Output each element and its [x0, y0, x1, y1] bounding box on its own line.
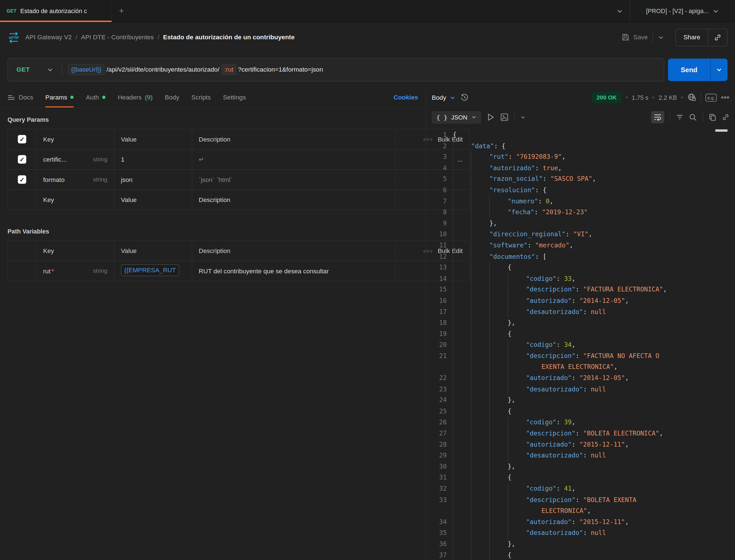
divider	[514, 113, 515, 122]
param-value[interactable]: json	[114, 169, 192, 189]
rut-path-variable[interactable]: :rut	[221, 64, 236, 75]
save-button[interactable]: Save	[617, 33, 652, 41]
breadcrumb-folder[interactable]: API DTE - Contribuyentes	[81, 34, 154, 41]
code-line: 26"codigo": 39,	[426, 417, 735, 428]
base-url-variable[interactable]: {{baseUrl}}	[68, 64, 104, 75]
share-link-icon[interactable]	[708, 29, 727, 46]
response-meta-row: Body 200 OK 1.75 s 2.2 KB	[426, 87, 735, 108]
response-body-viewer[interactable]: 1{2"data": {3"rut": "76192083-9",4"autor…	[426, 126, 735, 560]
divider	[701, 93, 701, 102]
globe-lock-icon[interactable]	[687, 93, 697, 102]
format-selector[interactable]: { } JSON	[432, 111, 481, 123]
column-description: Description	[192, 241, 395, 261]
code-line: 29"desautorizado": null	[426, 450, 735, 461]
row-checkbox[interactable]: ✓	[18, 155, 26, 164]
variable-value-input[interactable]: {{EMPRESA_RUT	[121, 264, 179, 276]
visualize-chevron-icon[interactable]	[520, 115, 526, 120]
cookies-link[interactable]: Cookies	[393, 94, 418, 101]
search-icon[interactable]	[689, 113, 697, 121]
code-line: EXENTA ELECTRONICA",	[426, 362, 735, 373]
tab-scripts-label: Scripts	[191, 94, 211, 101]
key-placeholder[interactable]: Key	[36, 190, 114, 210]
url-input[interactable]: {{baseUrl}} /api/v2/sii/dte/contribuyent…	[62, 64, 329, 75]
code-line: 33"descripcion": "BOLETA EXENTA	[426, 494, 735, 505]
request-tabs: Docs Params Auth Headers (9) Body	[0, 87, 426, 108]
code-line: 28"autorizado": "2015-12-11",	[426, 439, 735, 450]
copy-icon[interactable]	[709, 113, 716, 121]
param-description[interactable]: ↵	[192, 149, 395, 169]
code-line: 12"documentos": [	[426, 251, 735, 262]
code-line: 9},	[426, 218, 735, 229]
tab-list-chevron-icon[interactable]	[610, 0, 630, 22]
format-label: JSON	[451, 114, 467, 121]
tab-docs[interactable]: Docs	[8, 94, 33, 101]
preview-play-icon[interactable]	[487, 113, 495, 121]
request-header-row: HTTP API Gateway V2 / API DTE - Contribu…	[0, 23, 735, 52]
headers-count: (9)	[145, 94, 153, 101]
select-all-checkbox[interactable]: ✓	[18, 135, 26, 143]
tab-body[interactable]: Body	[165, 87, 179, 107]
example-button[interactable]: e.g.	[705, 94, 717, 102]
tab-settings[interactable]: Settings	[223, 87, 246, 107]
param-value[interactable]: 1	[114, 149, 192, 169]
top-tab-bar: GET Estado de autorización c + [PROD] - …	[0, 0, 735, 23]
chevron-down-icon	[47, 66, 53, 73]
code-line: 15"descripcion": "FACTURA ELECTRONICA",	[426, 284, 735, 295]
code-line: 21"descripcion": "FACTURA NO AFECTA O	[426, 350, 735, 362]
tab-docs-label: Docs	[19, 94, 33, 101]
path-variables-title: Path Variables	[8, 228, 418, 235]
query-params-empty-row: Key Value Description	[8, 190, 469, 210]
code-line: 6"resolucion": {	[426, 185, 735, 196]
breadcrumb-collection[interactable]: API Gateway V2	[25, 34, 72, 41]
visualize-image-icon[interactable]	[500, 113, 508, 121]
history-icon[interactable]	[460, 93, 469, 102]
more-options-icon[interactable]	[721, 96, 729, 99]
code-line: 36},	[426, 539, 735, 550]
param-key[interactable]: formato	[43, 176, 65, 183]
tab-headers[interactable]: Headers (9)	[118, 87, 152, 107]
new-tab-button[interactable]: +	[112, 0, 131, 22]
param-key[interactable]: certific...	[43, 156, 67, 163]
response-body-selector[interactable]: Body	[432, 94, 455, 101]
save-options-chevron[interactable]	[653, 32, 669, 42]
method-selector[interactable]: GET	[8, 66, 62, 73]
variable-description[interactable]: RUT del contribuyente que se desea consu…	[192, 261, 395, 281]
toolbar-right-icons	[651, 111, 729, 123]
path-variables-header-row: Key Value Description ○○○ Bulk Edit	[8, 241, 469, 261]
save-label: Save	[633, 34, 648, 41]
auth-active-dot	[102, 96, 106, 99]
scrollbar-thumb[interactable]	[715, 129, 727, 132]
row-checkbox[interactable]: ✓	[18, 175, 26, 184]
code-line: 18},	[426, 317, 735, 328]
status-badge[interactable]: 200 OK	[592, 92, 621, 103]
column-key: Key	[36, 241, 114, 261]
share-button[interactable]: Share	[675, 28, 727, 46]
request-panel: Docs Params Auth Headers (9) Body	[0, 87, 426, 560]
value-placeholder[interactable]: Value	[114, 190, 192, 210]
code-line: 4"autorizado": true,	[426, 162, 735, 174]
http-request-icon: HTTP	[8, 31, 20, 44]
chevron-down-icon	[716, 66, 722, 73]
send-options-chevron[interactable]	[710, 58, 727, 81]
response-body-label: Body	[432, 94, 446, 101]
link-icon[interactable]	[722, 113, 729, 121]
wrap-text-icon[interactable]	[651, 111, 664, 123]
main-split: Docs Params Auth Headers (9) Body	[0, 87, 735, 560]
tab-scripts[interactable]: Scripts	[191, 87, 211, 107]
param-description[interactable]: `json` `html`	[192, 169, 395, 189]
code-line: 14"codigo": 33,	[426, 273, 735, 284]
environment-selector[interactable]: [PROD] - [V2] - apiga...	[629, 0, 735, 22]
send-button[interactable]: Send	[668, 58, 727, 81]
docs-icon	[8, 94, 15, 101]
code-line: 32"codigo": 41,	[426, 483, 735, 495]
tab-params[interactable]: Params	[45, 87, 74, 107]
url-query: ?certificacion=1&formato=json	[238, 66, 323, 73]
description-placeholder[interactable]: Description	[192, 190, 395, 210]
tab-auth[interactable]: Auth	[86, 87, 105, 107]
chevron-down-icon	[471, 115, 477, 120]
variable-key[interactable]: rut	[43, 267, 51, 274]
filter-icon[interactable]	[676, 114, 683, 121]
header-actions: Save Share	[617, 28, 727, 46]
request-tab[interactable]: GET Estado de autorización c	[0, 0, 112, 22]
send-label: Send	[668, 58, 710, 81]
